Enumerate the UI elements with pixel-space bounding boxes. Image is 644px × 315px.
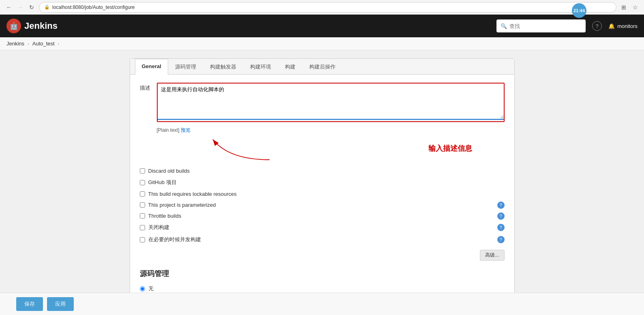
monitors-button[interactable]: 🔔 monitors [608,23,638,29]
apply-button[interactable]: 应用 [47,297,74,311]
jenkins-icon: 🤖 [6,19,21,33]
github-project-label[interactable]: GitHub 项目 [148,179,177,186]
checkbox-concurrent: 在必要的时候并发构建 ? [140,234,505,246]
lockable-checkbox[interactable] [140,191,145,197]
tab-build[interactable]: 构建 [278,59,302,75]
jenkins-title: Jenkins [24,21,58,31]
back-button[interactable]: ← [5,3,13,11]
refresh-button[interactable]: ↻ [28,3,36,11]
main-content: General 源码管理 构建触发器 构建环境 构建 构建后操作 描述 这是用来… [0,50,644,315]
time-badge: 21:44 [572,3,586,18]
browser-bar: ← → ↻ 🔒 localhost:8080/job/Auto_test/con… [0,0,644,15]
url-bar: 🔒 localhost:8080/job/Auto_test/configure [39,2,616,13]
checkbox-github-project: GitHub 项目 [140,176,505,189]
breadcrumb: Jenkins › Auto_test › [0,37,644,50]
help-button[interactable]: ? [592,21,602,31]
tab-post-build[interactable]: 构建后操作 [302,59,342,75]
tab-source[interactable]: 源码管理 [168,59,203,75]
parameterized-help-icon[interactable]: ? [497,201,505,209]
annotation-area: 输入描述信息 [140,139,505,164]
throttle-checkbox[interactable] [140,213,145,219]
checkbox-throttle: Throttle builds ? [140,210,505,221]
bottom-bar: 保存 应用 [0,293,644,315]
breadcrumb-auto-test[interactable]: Auto_test [32,41,55,47]
disable-build-checkbox[interactable] [140,225,145,230]
advanced-button[interactable]: 高级... [480,250,504,261]
breadcrumb-jenkins[interactable]: Jenkins [6,41,24,47]
parameterized-checkbox[interactable] [140,202,145,208]
concurrent-label[interactable]: 在必要的时候并发构建 [148,236,201,243]
scm-none-radio[interactable] [140,286,145,291]
annotation-text: 输入描述信息 [428,144,472,153]
lockable-label[interactable]: This build requires lockable resources [148,191,237,197]
url-text: localhost:8080/job/Auto_test/configure [52,4,135,10]
save-button[interactable]: 保存 [16,297,43,311]
tab-env[interactable]: 构建环境 [243,59,278,75]
tab-general[interactable]: General [135,59,168,75]
description-textarea[interactable]: 这是用来执行自动化脚本的 [158,84,504,120]
description-row: 描述 这是用来执行自动化脚本的 [140,83,505,122]
panel-content: 描述 这是用来执行自动化脚本的 [Plain text] 预览 [130,75,514,311]
jenkins-logo: 🤖 Jenkins [6,19,58,33]
disable-build-label[interactable]: 关闭构建 [148,224,169,231]
checkbox-lockable: This build requires lockable resources [140,189,505,199]
checkbox-parameterized: This project is parameterized ? [140,199,505,210]
search-icon: 🔍 [501,23,507,29]
discard-old-label[interactable]: Discard old builds [148,168,190,174]
description-label: 描述 [140,83,152,92]
extensions-button[interactable]: ⊞ [620,3,628,11]
github-project-checkbox[interactable] [140,180,145,185]
tabs: General 源码管理 构建触发器 构建环境 构建 构建后操作 [130,59,514,75]
breadcrumb-sep-2: › [58,41,60,46]
checkboxes-section: Discard old builds GitHub 项目 This build … [140,165,505,246]
discard-old-checkbox[interactable] [140,168,145,174]
scm-none-label[interactable]: 无 [148,285,154,292]
annotation-arrow [188,131,310,164]
parameterized-label[interactable]: This project is parameterized [148,202,216,208]
jenkins-header: 🤖 Jenkins 🔍 ? 🔔 monitors [0,15,644,37]
forward-button[interactable]: → [16,3,24,11]
description-box-wrapper: 这是用来执行自动化脚本的 [157,83,505,122]
source-management-title: 源码管理 [140,269,505,279]
search-input[interactable] [509,23,582,29]
throttle-help-icon[interactable]: ? [497,212,505,220]
throttle-label[interactable]: Throttle builds [148,213,182,219]
checkbox-disable-build: 关闭构建 ? [140,221,505,234]
breadcrumb-sep-1: › [28,41,29,46]
bell-icon: 🔔 [608,23,615,29]
search-box: 🔍 [496,19,586,32]
concurrent-checkbox[interactable] [140,237,145,242]
lock-icon: 🔒 [44,4,50,10]
checkbox-discard-old: Discard old builds [140,165,505,176]
config-panel: General 源码管理 构建触发器 构建环境 构建 构建后操作 描述 这是用来… [130,58,515,312]
disable-build-help-icon[interactable]: ? [497,224,505,231]
bookmark-button[interactable]: ☆ [631,3,639,11]
concurrent-help-icon[interactable]: ? [497,236,505,243]
tab-triggers[interactable]: 构建触发器 [203,59,243,75]
